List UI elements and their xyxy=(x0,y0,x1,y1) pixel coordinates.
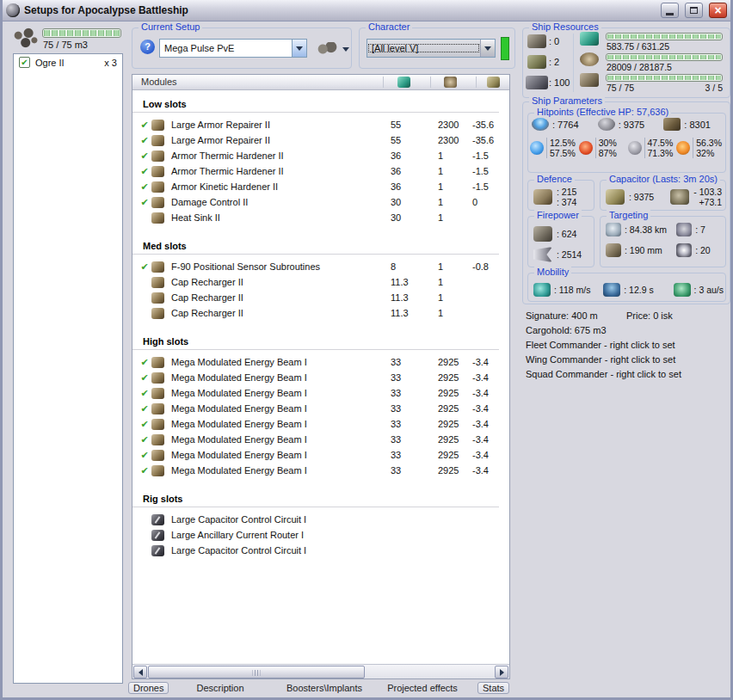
module-row[interactable]: Cap Recharger II11.31 xyxy=(132,305,509,321)
module-row[interactable]: ✔Mega Modulated Energy Beam I332925-3.4 xyxy=(132,432,509,447)
module-row[interactable]: ✔Armor Thermic Hardener II361-1.5 xyxy=(132,148,509,163)
module-row[interactable]: ✔F-90 Positional Sensor Subroutines81-0.… xyxy=(132,259,509,274)
module-row[interactable]: Cap Recharger II11.31 xyxy=(132,290,509,305)
scrollbar-thumb[interactable] xyxy=(148,666,365,679)
armor-repairer-icon xyxy=(151,120,164,131)
horizontal-scrollbar[interactable] xyxy=(132,664,509,679)
module-row[interactable]: ✔Mega Modulated Energy Beam I332925-3.4 xyxy=(132,401,509,416)
chevron-down-icon xyxy=(484,46,491,51)
module-row[interactable]: ✔Mega Modulated Energy Beam I332925-3.4 xyxy=(132,447,509,463)
tab-drones[interactable]: Drones xyxy=(128,682,169,694)
scroll-left-button[interactable] xyxy=(133,666,147,679)
scroll-right-button[interactable] xyxy=(495,666,508,679)
modules-header: Modules xyxy=(132,75,509,90)
module-row[interactable]: ✔Mega Modulated Energy Beam I332925-3.4 xyxy=(132,370,509,385)
module-powergrid: 1 xyxy=(438,212,472,223)
character-label: Character xyxy=(366,21,412,32)
turret-hardpoint-icon xyxy=(527,34,546,48)
check-icon: ✔ xyxy=(138,434,151,445)
module-row[interactable]: Large Capacitor Control Circuit I xyxy=(132,512,509,527)
check-icon: ✔ xyxy=(138,181,151,193)
module-name: Cap Recharger II xyxy=(169,277,391,287)
title-bar[interactable]: Setups for Apocalypse Battleship × xyxy=(3,0,730,21)
powergrid-icon xyxy=(580,52,599,66)
module-cap-use: -3.4 xyxy=(472,403,509,414)
close-button[interactable]: × xyxy=(709,3,727,18)
check-icon: ✔ xyxy=(138,450,151,461)
module-cpu: 33 xyxy=(391,403,438,414)
capacitor-label: Capacitor (Lasts: 3m 20s) xyxy=(607,174,720,184)
drone-list-item[interactable]: ✔Ogre IIx 3 xyxy=(14,54,122,71)
module-row[interactable]: ✔Large Armor Repairer II552300-35.6 xyxy=(132,132,509,148)
module-name: Heat Sink II xyxy=(169,212,391,223)
module-powergrid: 1 xyxy=(438,166,472,176)
minimize-button[interactable] xyxy=(661,3,679,18)
tab-boosters[interactable]: Boosters\Implants xyxy=(286,683,362,693)
energy-beam-icon xyxy=(151,372,164,384)
max-targets: : 7 xyxy=(695,224,705,235)
structure-icon xyxy=(663,118,681,131)
module-name: Mega Modulated Energy Beam I xyxy=(169,465,391,476)
module-name: Mega Modulated Energy Beam I xyxy=(169,450,391,460)
module-name: Armor Thermic Hardener II xyxy=(169,150,391,161)
tab-projected[interactable]: Projected effects xyxy=(387,683,458,693)
character-combobox[interactable]: [All level V] xyxy=(366,39,496,58)
explosive-resist-top: 56.3% xyxy=(696,138,722,148)
module-row[interactable]: ✔Mega Modulated Energy Beam I332925-3.4 xyxy=(132,354,509,370)
section-header: Low slots xyxy=(132,90,499,113)
module-row[interactable]: ✔Armor Thermic Hardener II361-1.5 xyxy=(132,163,509,179)
divider xyxy=(383,77,384,88)
caret-down-icon xyxy=(342,47,349,52)
check-icon: ✔ xyxy=(138,403,151,414)
checkbox-icon[interactable]: ✔ xyxy=(19,57,30,68)
drone-bay-capacity: 75 / 75 m3 xyxy=(43,40,88,50)
module-row[interactable]: ✔Mega Modulated Energy Beam I332925-3.4 xyxy=(132,463,509,478)
module-row[interactable]: ✔Armor Kinetic Hardener II361-1.5 xyxy=(132,179,509,194)
check-icon: ✔ xyxy=(138,150,151,162)
commander-line[interactable]: Squad Commander - right click to set xyxy=(526,367,732,382)
commander-line[interactable]: Wing Commander - right click to set xyxy=(526,353,732,367)
tab-description[interactable]: Description xyxy=(196,683,243,693)
defence-label: Defence xyxy=(534,174,575,184)
defence-value-2: : 374 xyxy=(557,197,576,207)
ship-menu-button[interactable] xyxy=(317,40,354,58)
module-row[interactable]: ✔Damage Control II3010 xyxy=(132,194,509,210)
max-targets-icon xyxy=(676,223,692,236)
character-combo-arrow-button[interactable] xyxy=(480,40,495,57)
module-row[interactable]: Large Ancillary Current Router I xyxy=(132,527,509,543)
module-row[interactable]: Large Capacitor Control Circuit I xyxy=(132,543,509,558)
module-row[interactable]: ✔Mega Modulated Energy Beam I332925-3.4 xyxy=(132,385,509,401)
module-name: Mega Modulated Energy Beam I xyxy=(169,357,391,367)
heat-sink-icon xyxy=(151,212,164,224)
thermal-resist-icon xyxy=(579,141,593,155)
module-cap-use: -0.8 xyxy=(472,261,509,272)
module-row[interactable]: Cap Recharger II11.31 xyxy=(132,274,509,290)
help-icon[interactable]: ? xyxy=(140,40,155,54)
module-powergrid: 1 xyxy=(438,277,472,287)
armor-icon xyxy=(598,118,615,131)
module-row[interactable]: ✔Large Armor Repairer II552300-35.6 xyxy=(132,117,509,132)
module-name: Cap Recharger II xyxy=(169,292,391,303)
module-cpu: 36 xyxy=(391,150,438,161)
module-cap-use: -3.4 xyxy=(472,450,509,460)
defence-value-1: : 215 xyxy=(557,187,576,197)
module-cpu: 33 xyxy=(391,450,438,460)
module-powergrid: 2925 xyxy=(438,372,472,383)
maximize-button[interactable] xyxy=(685,3,703,18)
drone-bay-bar xyxy=(42,28,121,38)
module-powergrid: 2925 xyxy=(438,403,472,414)
module-cap-use: -35.6 xyxy=(472,120,509,130)
module-name: Mega Modulated Energy Beam I xyxy=(169,388,391,398)
drone-name: Ogre II xyxy=(35,58,99,68)
module-row[interactable]: ✔Mega Modulated Energy Beam I332925-3.4 xyxy=(132,416,509,432)
modules-list[interactable]: Low slots✔Large Armor Repairer II552300-… xyxy=(132,90,509,664)
section-header: High slots xyxy=(132,328,499,350)
module-row[interactable]: Heat Sink II301 xyxy=(132,210,509,225)
module-powergrid: 2925 xyxy=(438,388,472,398)
tab-stats[interactable]: Stats xyxy=(477,682,509,694)
setup-combo-arrow-button[interactable] xyxy=(292,40,306,57)
setup-combobox[interactable]: Mega Pulse PvE xyxy=(159,39,307,58)
commander-line[interactable]: Fleet Commander - right click to set xyxy=(526,338,732,353)
drone-list[interactable]: ✔Ogre IIx 3 xyxy=(13,53,123,684)
ship-resources-group: Ship Resources : 0 : 2 : 100 583.75 / 63… xyxy=(522,28,730,98)
